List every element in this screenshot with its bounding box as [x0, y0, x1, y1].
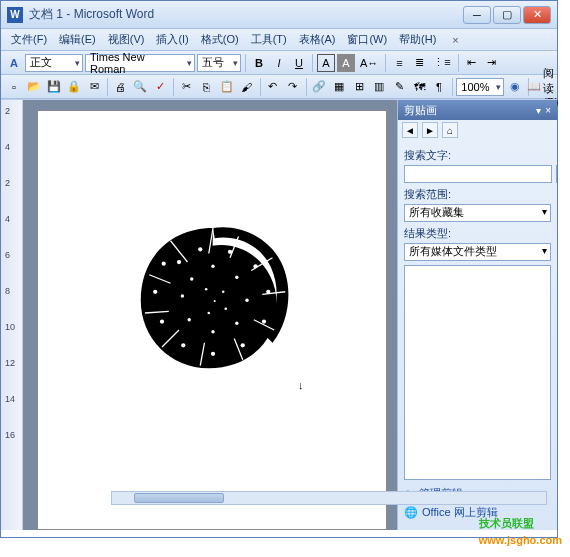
taskpane-close-button[interactable]: × — [545, 105, 551, 116]
type-select[interactable]: 所有媒体文件类型 — [404, 243, 551, 261]
formatting-toolbar: A 正文 Times New Roman 五号 B I U A A A↔ ≡ ≣… — [1, 51, 557, 75]
document-page[interactable]: ↓ — [37, 110, 387, 530]
spellcheck-button[interactable]: ✓ — [151, 78, 169, 96]
zoom-combo[interactable]: 100% — [456, 78, 504, 96]
insert-table-button[interactable]: ⊞ — [350, 78, 368, 96]
svg-point-21 — [222, 290, 225, 293]
type-label: 结果类型: — [404, 226, 551, 241]
new-doc-button[interactable]: ▫ — [5, 78, 23, 96]
page-canvas: ↓ ▴ ▾ ⦿ ● ⦿ 剪贴画 ▾ — [23, 100, 557, 530]
menu-view[interactable]: 视图(V) — [102, 30, 151, 49]
hyperlink-button[interactable]: 🔗 — [310, 78, 328, 96]
cut-button[interactable]: ✂ — [178, 78, 196, 96]
svg-point-1 — [198, 247, 202, 251]
redo-button[interactable]: ↷ — [284, 78, 302, 96]
char-shading-button[interactable]: A — [337, 54, 355, 72]
svg-point-8 — [181, 343, 185, 347]
word-app-icon: W — [7, 7, 23, 23]
show-marks-button[interactable]: ¶ — [430, 78, 448, 96]
svg-point-16 — [235, 322, 238, 325]
paste-button[interactable]: 📋 — [218, 78, 236, 96]
align-left-button[interactable]: ≡ — [390, 54, 408, 72]
numbering-button[interactable]: ≣ — [410, 54, 428, 72]
reading-layout-button[interactable]: 📖阅读(R) — [533, 78, 553, 96]
svg-point-20 — [205, 288, 208, 291]
menu-tools[interactable]: 工具(T) — [245, 30, 293, 49]
hscroll-thumb[interactable] — [134, 493, 224, 503]
svg-point-18 — [188, 318, 191, 321]
svg-point-14 — [235, 276, 238, 279]
titlebar: W 文档 1 - Microsoft Word ─ ▢ ✕ — [1, 1, 557, 29]
menu-help[interactable]: 帮助(H) — [393, 30, 442, 49]
style-combo[interactable]: 正文 — [25, 54, 83, 72]
indent-increase-button[interactable]: ⇥ — [483, 54, 501, 72]
menu-window[interactable]: 窗口(W) — [341, 30, 393, 49]
svg-point-5 — [262, 319, 266, 323]
svg-point-13 — [211, 265, 214, 268]
open-button[interactable]: 📂 — [25, 78, 43, 96]
horizontal-scrollbar[interactable] — [111, 491, 547, 505]
svg-point-0 — [177, 260, 181, 264]
svg-point-22 — [224, 307, 227, 310]
style-format-icon[interactable]: A — [5, 54, 23, 72]
search-input[interactable] — [404, 165, 552, 183]
permission-button[interactable]: 🔒 — [65, 78, 83, 96]
svg-point-11 — [162, 262, 166, 266]
char-scale-button[interactable]: A↔ — [357, 54, 381, 72]
char-border-button[interactable]: A — [317, 54, 335, 72]
svg-point-17 — [211, 330, 214, 333]
size-combo[interactable]: 五号 — [197, 54, 241, 72]
drawing-toolbar-button[interactable]: ✎ — [390, 78, 408, 96]
print-preview-button[interactable]: 🔍 — [131, 78, 149, 96]
menu-format[interactable]: 格式(O) — [195, 30, 245, 49]
menu-table[interactable]: 表格(A) — [293, 30, 342, 49]
bullets-button[interactable]: ⋮≡ — [430, 54, 453, 72]
results-box — [404, 265, 551, 480]
help-button[interactable]: ◉ — [506, 78, 524, 96]
save-button[interactable]: 💾 — [45, 78, 63, 96]
bold-button[interactable]: B — [250, 54, 268, 72]
doc-map-button[interactable]: 🗺 — [410, 78, 428, 96]
svg-point-6 — [241, 343, 245, 347]
vertical-ruler[interactable]: 24246810121416 — [1, 100, 23, 530]
scope-label: 搜索范围: — [404, 187, 551, 202]
menu-edit[interactable]: 编辑(E) — [53, 30, 102, 49]
taskpane-back-button[interactable]: ◄ — [402, 122, 418, 138]
columns-button[interactable]: ▥ — [370, 78, 388, 96]
window-controls: ─ ▢ ✕ — [461, 6, 551, 24]
office-online-link[interactable]: 🌐Office 网上剪辑 — [404, 503, 551, 522]
clipart-shell[interactable] — [128, 211, 298, 381]
indent-decrease-button[interactable]: ⇤ — [463, 54, 481, 72]
svg-point-9 — [160, 319, 164, 323]
taskpane-home-button[interactable]: ⌂ — [442, 122, 458, 138]
format-painter-button[interactable]: 🖌 — [238, 78, 256, 96]
copy-button[interactable]: ⎘ — [198, 78, 216, 96]
maximize-button[interactable]: ▢ — [493, 6, 521, 24]
font-combo[interactable]: Times New Roman — [85, 54, 195, 72]
svg-point-19 — [181, 294, 184, 297]
undo-button[interactable]: ↶ — [264, 78, 282, 96]
tables-borders-button[interactable]: ▦ — [330, 78, 348, 96]
print-button[interactable]: 🖨 — [111, 78, 129, 96]
menu-file[interactable]: 文件(F) — [5, 30, 53, 49]
close-button[interactable]: ✕ — [523, 6, 551, 24]
taskpane-title: 剪贴画 ▾ × — [398, 100, 557, 120]
search-label: 搜索文字: — [404, 148, 551, 163]
standard-toolbar: ▫ 📂 💾 🔒 ✉ 🖨 🔍 ✓ ✂ ⎘ 📋 🖌 ↶ ↷ 🔗 ▦ ⊞ ▥ ✎ 🗺 … — [1, 75, 557, 99]
taskpane-dropdown-icon[interactable]: ▾ — [536, 105, 541, 116]
menubar: 文件(F) 编辑(E) 视图(V) 插入(I) 格式(O) 工具(T) 表格(A… — [1, 29, 557, 51]
globe-icon: 🌐 — [404, 506, 418, 519]
svg-point-7 — [211, 352, 215, 356]
doc-close-button[interactable]: × — [448, 33, 462, 47]
taskpane-forward-button[interactable]: ► — [422, 122, 438, 138]
svg-point-24 — [214, 300, 216, 302]
minimize-button[interactable]: ─ — [463, 6, 491, 24]
italic-button[interactable]: I — [270, 54, 288, 72]
search-button[interactable]: 搜索 — [556, 165, 557, 183]
email-button[interactable]: ✉ — [85, 78, 103, 96]
menu-insert[interactable]: 插入(I) — [150, 30, 194, 49]
scope-select[interactable]: 所有收藏集 — [404, 204, 551, 222]
svg-point-23 — [207, 312, 210, 315]
svg-point-10 — [153, 290, 157, 294]
underline-button[interactable]: U — [290, 54, 308, 72]
